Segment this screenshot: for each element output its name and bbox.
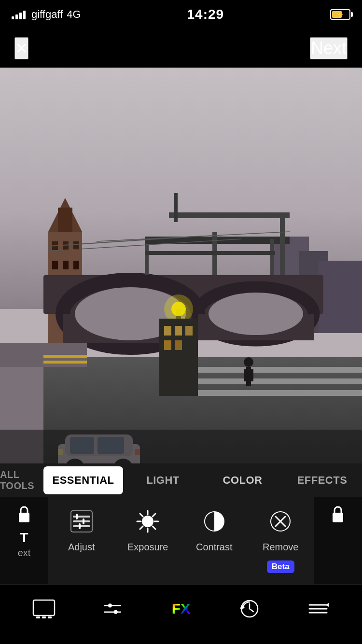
svg-rect-35 [43,361,87,364]
svg-line-78 [153,526,155,529]
svg-rect-67 [73,525,90,527]
beta-badge: Beta [267,560,294,573]
svg-rect-36 [193,367,362,373]
top-toolbar: × Next [0,29,362,68]
tabs-bar: ALL TOOLS ESSENTIAL LIGHT COLOR EFFECTS [0,463,362,497]
svg-rect-87 [36,616,40,618]
svg-rect-22 [145,244,149,275]
remove-icon [266,507,295,536]
nav-presets[interactable] [284,598,352,619]
contrast-label: Contrast [196,542,233,553]
svg-point-59 [244,357,253,367]
bottom-nav: FX [0,584,362,632]
svg-rect-26 [169,212,290,218]
svg-rect-11 [52,261,58,269]
svg-rect-13 [73,261,79,269]
photo-canvas [0,68,362,463]
svg-rect-61 [244,369,248,381]
svg-rect-89 [48,616,52,618]
battery-bolt-icon: ⚡ [336,11,344,18]
svg-rect-28 [174,193,178,222]
contrast-icon [200,507,229,536]
nav-fx[interactable]: FX [147,601,215,617]
tool-adjust[interactable]: Adjust [48,507,115,573]
svg-rect-25 [145,251,275,255]
tab-effects[interactable]: EFFECTS [282,463,362,497]
svg-rect-65 [73,516,90,518]
svg-rect-12 [63,261,69,269]
exposure-icon [133,507,162,536]
nav-gallery[interactable] [10,599,78,618]
tab-light[interactable]: LIGHT [123,463,203,497]
tool-remove[interactable]: Remove Beta [248,507,314,573]
nav-history[interactable] [215,598,284,619]
svg-rect-64 [19,513,29,522]
svg-rect-57 [164,340,171,350]
svg-point-91 [108,603,112,607]
svg-rect-38 [193,390,362,396]
svg-rect-37 [193,378,362,384]
svg-rect-24 [270,239,274,275]
svg-rect-55 [175,326,182,336]
status-bar: giffgaff 4G 14:29 ⚡ [0,0,362,29]
svg-rect-58 [175,340,182,350]
next-button[interactable]: Next [310,37,348,59]
svg-line-79 [153,514,155,517]
adjust-icon [67,507,96,536]
svg-rect-4 [319,261,362,333]
tool-exposure[interactable]: Exposure [115,507,181,573]
svg-rect-62 [250,369,253,381]
svg-marker-99 [326,603,329,607]
svg-line-77 [140,514,143,517]
svg-rect-27 [280,212,285,275]
close-button[interactable]: × [14,37,28,59]
tools-area: T ext Adjust [0,497,362,584]
network-label: 4G [67,8,81,21]
svg-line-80 [140,526,143,529]
svg-rect-63 [0,430,362,463]
lock-overlay-left: T ext [0,497,48,584]
lock-icon-left [16,505,32,524]
history-icon [239,598,260,619]
svg-rect-68 [76,514,78,519]
svg-point-20 [209,293,303,335]
svg-rect-66 [73,520,90,522]
exposure-label: Exposure [127,542,168,553]
presets-icon [307,598,329,619]
status-left: giffgaff 4G [12,8,81,21]
svg-rect-9 [63,241,69,250]
svg-rect-7 [58,208,72,232]
text-tool-label: ext [18,547,31,559]
lock-icon-right [330,505,346,524]
sliders-icon [101,599,124,618]
tab-all-tools[interactable]: ALL TOOLS [0,463,43,497]
gallery-icon [32,599,56,618]
svg-rect-88 [42,616,46,618]
tab-essential[interactable]: ESSENTIAL [43,466,123,494]
svg-point-93 [114,610,118,614]
carrier-label: giffgaff [31,8,63,21]
lock-overlay-right [314,497,362,584]
adjust-label: Adjust [68,542,95,553]
svg-rect-86 [33,600,55,616]
tool-contrast[interactable]: Contrast [181,507,248,573]
svg-rect-34 [43,355,87,358]
svg-rect-85 [333,513,343,522]
status-right: ⚡ [330,9,350,20]
time-label: 14:29 [187,7,224,22]
remove-label: Remove [263,542,298,553]
svg-rect-54 [164,326,171,336]
battery-icon: ⚡ [330,9,350,20]
tab-color[interactable]: COLOR [203,463,282,497]
nav-adjustments[interactable] [78,599,147,618]
svg-rect-10 [73,241,79,250]
svg-rect-56 [185,326,193,336]
fx-label: FX [172,601,190,617]
svg-rect-69 [83,518,84,524]
svg-rect-70 [79,523,81,529]
text-tool-partial: T [20,530,28,546]
svg-point-72 [142,516,153,527]
signal-icon [12,10,26,19]
